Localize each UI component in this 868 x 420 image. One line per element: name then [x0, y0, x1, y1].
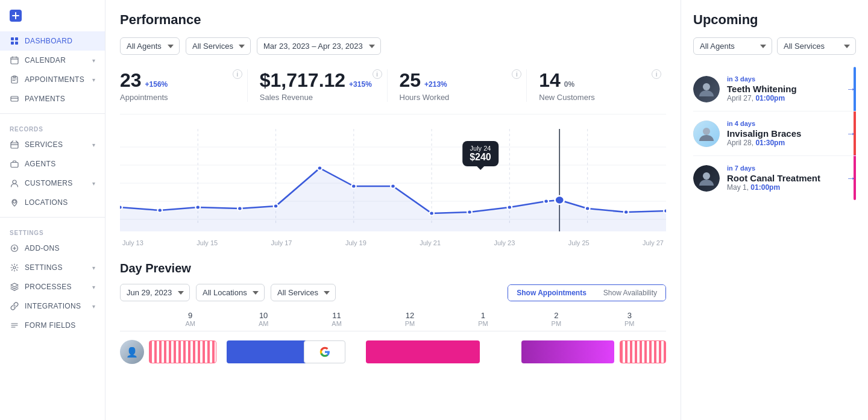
appointment-bar-pink[interactable] [366, 340, 480, 363]
sidebar-item-calendar[interactable]: CALENDAR ▾ [0, 51, 105, 70]
records-section-label: RECORDS [0, 119, 105, 135]
date-filter[interactable]: Jun 29, 2023 [120, 284, 190, 301]
map-pin-icon [10, 198, 19, 207]
stat-label: Hours Worked [400, 93, 515, 102]
info-icon-revenue[interactable]: i [373, 69, 382, 79]
chart-label: July 23 [494, 239, 515, 246]
timeline: 9AM 10AM 11AM 12PM 1PM 2PM 3PM 👤 [120, 311, 666, 369]
patient-avatar-2 [693, 121, 720, 147]
svg-point-42 [664, 209, 666, 213]
stats-row: i 23 +156% Appointments i $1,717.12 +315… [120, 69, 666, 114]
sidebar-item-label: CALENDAR [25, 56, 66, 64]
upcoming-item-3: in 7 days Root Canal Treatment May 1, 01… [693, 156, 856, 200]
sidebar-item-settings[interactable]: SETTINGS ▾ [0, 258, 105, 277]
stat-label: New Customers [539, 93, 654, 102]
hour-10am: 10AM [227, 311, 300, 327]
chart-label: July 19 [345, 239, 366, 246]
agent-avatar: 👤 [120, 340, 144, 364]
sidebar-item-agents[interactable]: AGENTS [0, 154, 105, 174]
show-appointments-button[interactable]: Show Appointments [508, 285, 595, 301]
date-range-filter[interactable]: Mar 23, 2023 – Apr 23, 2023 [257, 37, 381, 55]
sidebar-item-label: SETTINGS [25, 263, 63, 272]
person-icon [698, 81, 715, 98]
chart-label: July 25 [568, 239, 590, 246]
stat-change: +156% [145, 80, 168, 89]
service-name: Root Canal Treatment [727, 173, 839, 183]
main-content: Performance All Agents All Services Mar … [105, 0, 868, 420]
stat-change: 0% [564, 80, 574, 89]
svg-point-38 [544, 199, 549, 204]
sidebar-item-label: PROCESSES [25, 283, 72, 291]
sidebar-item-addons[interactable]: ADD-ONS [0, 239, 105, 258]
sidebar-item-integrations[interactable]: INTEGRATIONS ▾ [0, 296, 105, 316]
svg-point-33 [351, 184, 356, 189]
layers-icon [10, 282, 19, 292]
appointment-date: April 27, 01:00pm [727, 94, 839, 102]
stat-revenue: i $1,717.12 +315% Sales Revenue [247, 69, 387, 102]
agents-filter[interactable]: All Agents [120, 37, 180, 55]
hour-9am: 9AM [154, 311, 227, 327]
sidebar-item-label: LOCATIONS [25, 198, 68, 207]
info-icon-appointments[interactable]: i [233, 69, 242, 79]
upcoming-services-filter[interactable]: All Services [777, 37, 856, 55]
hour-12pm: 12PM [373, 311, 446, 327]
upcoming-item-2: in 4 days Invisalign Braces April 28, 01… [693, 111, 856, 156]
appointment-bar-striped-2[interactable] [620, 340, 666, 363]
box-icon [10, 140, 19, 149]
user-icon [10, 178, 19, 188]
sidebar-item-label: FORM FIELDS [25, 321, 76, 330]
dashboard-panel: Performance All Agents All Services Mar … [105, 0, 681, 420]
svg-rect-4 [15, 42, 18, 45]
svg-rect-3 [11, 42, 14, 45]
briefcase-icon [10, 159, 19, 169]
timeline-row-agent: 👤 [120, 335, 666, 369]
services-filter[interactable]: All Services [186, 37, 251, 55]
sidebar-item-label: PAYMENTS [25, 95, 65, 103]
svg-point-11 [13, 180, 16, 184]
appointment-bar-purple[interactable] [521, 340, 614, 363]
svg-point-43 [703, 83, 710, 90]
service-name: Teeth Whitening [727, 84, 839, 94]
info-icon-customers[interactable]: i [652, 69, 661, 79]
sidebar-item-form-fields[interactable]: FORM FIELDS [0, 316, 105, 335]
svg-rect-10 [11, 163, 18, 168]
sidebar-item-customers[interactable]: CUSTOMERS ▾ [0, 174, 105, 193]
upcoming-item-1: in 3 days Teeth Whitening April 27, 01:0… [693, 67, 856, 111]
timeline-header: 9AM 10AM 11AM 12PM 1PM 2PM 3PM [120, 311, 666, 331]
location-filter[interactable]: All Locations [196, 284, 265, 301]
link-icon [10, 301, 19, 311]
sidebar-item-dashboard[interactable]: DASHBOARD [0, 31, 105, 51]
hour-2pm: 2PM [520, 311, 593, 327]
appointment-bar-striped-1[interactable] [149, 340, 216, 363]
appointment-arrow-1[interactable]: → [846, 84, 856, 95]
svg-point-14 [13, 266, 16, 269]
chart-label: July 27 [643, 239, 664, 246]
svg-point-31 [274, 204, 278, 208]
sidebar-item-label: SERVICES [25, 140, 63, 149]
avatar-display [693, 165, 720, 192]
hour-1pm: 1PM [447, 311, 520, 327]
sidebar-item-locations[interactable]: LOCATIONS [0, 193, 105, 212]
info-icon-hours[interactable]: i [512, 69, 521, 79]
show-availability-button[interactable]: Show Availability [595, 285, 665, 301]
svg-point-36 [467, 210, 472, 215]
svg-point-12 [13, 200, 16, 203]
appointment-arrow-3[interactable]: → [846, 173, 856, 184]
app-logo [0, 10, 105, 31]
upcoming-agents-filter[interactable]: All Agents [693, 37, 772, 55]
sidebar-item-appointments[interactable]: APPOINTMENTS ▾ [0, 70, 105, 89]
credit-card-icon [10, 94, 19, 104]
hour-3pm: 3PM [593, 311, 666, 327]
avatar-initials: 👤 [120, 340, 144, 364]
upcoming-title: Upcoming [693, 12, 856, 28]
appointment-bar-google[interactable] [304, 340, 345, 363]
sidebar-item-payments[interactable]: PAYMENTS [0, 89, 105, 108]
sidebar-item-services[interactable]: SERVICES ▾ [0, 135, 105, 154]
chart-label: July 15 [197, 239, 218, 246]
person-icon [698, 125, 715, 142]
service-day-filter[interactable]: All Services [271, 284, 336, 301]
appointment-arrow-2[interactable]: → [846, 128, 856, 139]
grid-icon [10, 36, 19, 46]
sidebar-item-processes[interactable]: PROCESSES ▾ [0, 277, 105, 296]
stat-hours: i 25 +213% Hours Worked [387, 69, 527, 102]
